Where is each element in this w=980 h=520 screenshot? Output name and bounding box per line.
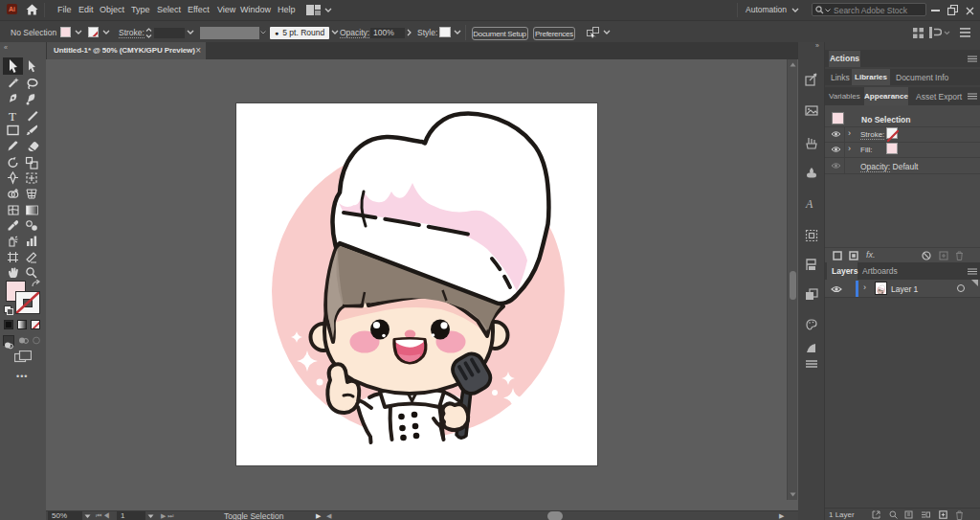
svg-text:T: T bbox=[9, 109, 16, 124]
svg-text:A: A bbox=[805, 197, 813, 211]
